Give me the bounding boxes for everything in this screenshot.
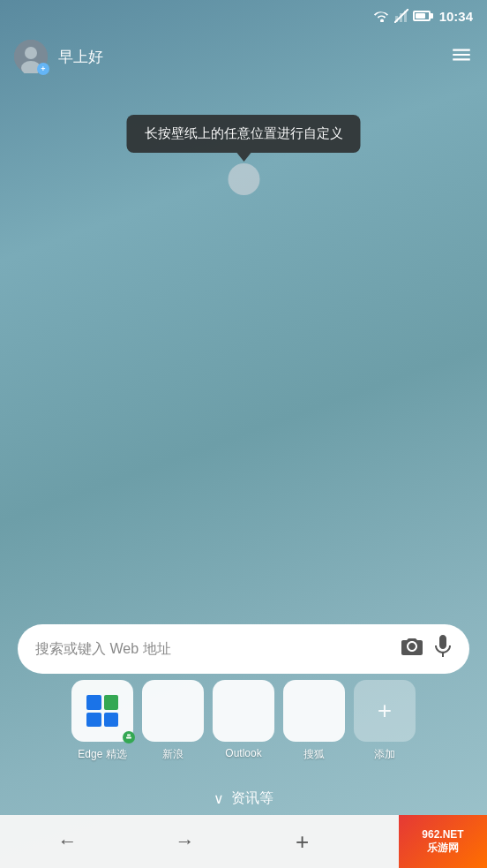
tile-sina[interactable]: 新浪 <box>142 680 204 762</box>
tile-icon-edge <box>71 680 133 742</box>
battery-icon <box>413 11 431 21</box>
forward-button[interactable]: → <box>166 822 205 861</box>
avatar[interactable]: + <box>14 40 48 73</box>
camera-icon[interactable] <box>401 637 423 661</box>
tooltip-text: 长按壁纸上的任意位置进行自定义 <box>145 125 343 140</box>
quick-access: Edge 精选 新浪 Outlook 搜狐 + 添加 <box>0 680 487 762</box>
news-label: 资讯等 <box>231 789 273 808</box>
tile-sohu[interactable]: 搜狐 <box>283 680 345 762</box>
settings-icon <box>450 43 473 66</box>
tile-outlook[interactable]: Outlook <box>213 680 274 762</box>
search-area: 搜索或键入 Web 地址 <box>18 624 469 674</box>
tile-add[interactable]: + 添加 <box>354 680 416 762</box>
watermark: 962.NET乐游网 <box>399 815 487 868</box>
add-tab-icon: + <box>296 828 309 856</box>
tile-icon-add: + <box>354 680 416 742</box>
tooltip-dot <box>228 163 259 195</box>
settings-button[interactable] <box>450 43 473 70</box>
avatar-badge: + <box>37 63 49 75</box>
status-bar: 10:34 <box>0 0 487 32</box>
watermark-text: 962.NET乐游网 <box>422 828 463 856</box>
wifi-icon <box>374 10 390 22</box>
tile-label-sohu: 搜狐 <box>303 747 325 762</box>
tooltip-bubble: 长按壁纸上的任意位置进行自定义 <box>127 115 361 153</box>
tile-icon-outlook <box>213 680 274 742</box>
tile-label-sina: 新浪 <box>162 747 184 762</box>
edge-grid <box>86 695 118 727</box>
microphone-icon[interactable] <box>434 635 452 663</box>
back-button[interactable]: ← <box>49 822 87 861</box>
status-icons <box>374 9 431 23</box>
new-tab-button[interactable]: + <box>283 822 322 861</box>
add-plus-icon: + <box>378 697 392 725</box>
bottom-nav: ← → + 1 962.NET乐游网 <box>0 815 487 868</box>
search-bar[interactable]: 搜索或键入 Web 地址 <box>18 624 469 674</box>
svg-point-5 <box>25 47 37 59</box>
header-left: + 早上好 <box>14 40 103 73</box>
signal-icon <box>394 9 408 23</box>
status-time: 10:34 <box>439 9 473 24</box>
edge-badge <box>123 731 135 743</box>
back-icon: ← <box>58 830 78 853</box>
tile-label-edge: Edge 精选 <box>78 747 126 762</box>
tile-icon-sina <box>142 680 204 742</box>
search-placeholder: 搜索或键入 Web 地址 <box>35 640 390 659</box>
tile-icon-sohu <box>283 680 345 742</box>
news-section[interactable]: ∨ 资讯等 <box>0 789 487 808</box>
tile-edge[interactable]: Edge 精选 <box>71 680 133 762</box>
header: + 早上好 <box>0 32 487 81</box>
tile-label-outlook: Outlook <box>225 747 261 759</box>
tooltip-area: 长按壁纸上的任意位置进行自定义 <box>127 115 361 195</box>
forward-icon: → <box>176 830 195 853</box>
news-chevron-icon: ∨ <box>214 790 224 807</box>
header-greeting: 早上好 <box>58 47 103 67</box>
tile-label-add: 添加 <box>374 747 395 762</box>
